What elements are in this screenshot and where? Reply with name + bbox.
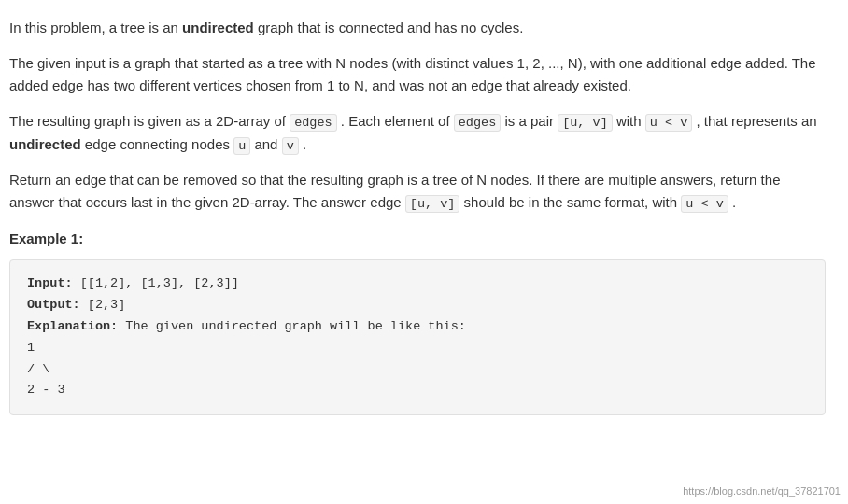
graph-line-3: 2 - 3	[27, 380, 808, 401]
code-v: v	[282, 137, 299, 155]
code-explanation-line: Explanation: The given undirected graph …	[27, 316, 808, 338]
code-bracket-uv: [u, v]	[558, 114, 613, 132]
input-value: [[1,2], [1,3], [2,3]]	[73, 276, 239, 290]
paragraph-2: The given input is a graph that started …	[9, 52, 826, 97]
bold-undirected-1: undirected	[182, 20, 254, 35]
watermark: https://blog.csdn.net/qq_37821701	[683, 485, 841, 497]
explanation-label: Explanation:	[27, 319, 118, 333]
code-block-example1: Input: [[1,2], [1,3], [2,3]] Output: [2,…	[9, 259, 826, 416]
code-input-line: Input: [[1,2], [1,3], [2,3]]	[27, 273, 808, 295]
explanation-value: The given undirected graph will be like …	[118, 319, 466, 333]
paragraph-1: In this problem, a tree is an undirected…	[9, 17, 826, 39]
bold-undirected-2: undirected	[9, 136, 81, 152]
graph-line-2: / \	[27, 359, 808, 381]
code-edges-2: edges	[454, 114, 502, 132]
code-u-lt-v-1: u < v	[645, 114, 693, 132]
code-edges-1: edges	[290, 114, 337, 132]
paragraph-4: Return an edge that can be removed so th…	[9, 169, 826, 215]
code-bracket-uv-2: [u, v]	[405, 195, 460, 213]
content-area: In this problem, a tree is an undirected…	[9, 17, 826, 415]
paragraph-3: The resulting graph is given as a 2D-arr…	[9, 110, 826, 156]
input-label: Input:	[27, 276, 73, 290]
code-output-line: Output: [2,3]	[27, 295, 808, 316]
graph-line-1: 1	[27, 338, 808, 359]
output-label: Output:	[27, 298, 80, 312]
output-value: [2,3]	[80, 298, 126, 312]
code-u: u	[233, 137, 250, 155]
example-heading: Example 1:	[9, 228, 826, 250]
code-u-lt-v-2: u < v	[681, 195, 728, 213]
